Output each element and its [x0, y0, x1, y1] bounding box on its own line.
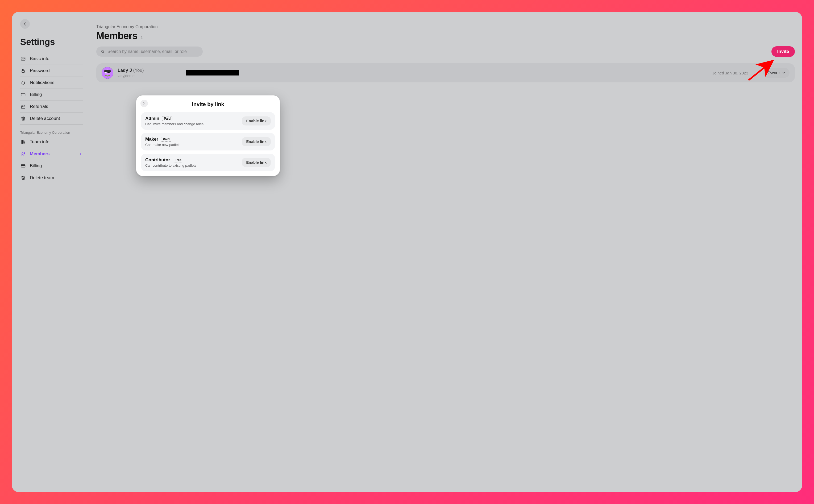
nav-label: Billing: [30, 163, 42, 169]
tier-badge: Free: [173, 158, 183, 162]
nav-label: Delete account: [30, 116, 60, 121]
nav-label: Team info: [30, 139, 49, 145]
modal-close-button[interactable]: [140, 100, 148, 107]
nav-delete-account[interactable]: Delete account: [20, 113, 83, 125]
bell-icon: [20, 80, 26, 85]
page-title-row: Members 1: [96, 30, 795, 41]
chevron-down-icon: [782, 71, 785, 74]
books-icon: [20, 139, 26, 145]
invite-role-desc: Can make new padlets: [145, 143, 238, 147]
main-content: Triangular Economy Corporation Members 1…: [83, 19, 795, 485]
credit-card-icon: [20, 92, 26, 97]
svg-point-5: [24, 153, 25, 154]
svg-point-1: [22, 58, 23, 59]
enable-link-button[interactable]: Enable link: [242, 116, 271, 125]
settings-title: Settings: [20, 37, 83, 47]
settings-sidebar: Settings Basic info Password Notificatio…: [19, 19, 83, 485]
modal-title: Invite by link: [141, 101, 275, 107]
trash-icon: [20, 175, 26, 180]
envelope-open-icon: [20, 104, 26, 109]
search-input[interactable]: [107, 49, 198, 54]
invite-option-admin: Admin Paid Can invite members and change…: [141, 112, 275, 130]
member-username: ladyjdemo: [118, 74, 181, 78]
nav-notifications[interactable]: Notifications: [20, 77, 83, 89]
nav-team-billing[interactable]: Billing: [20, 160, 83, 172]
member-count: 1: [141, 35, 143, 40]
svg-rect-6: [21, 165, 25, 167]
invite-by-link-modal: Invite by link Admin Paid Can invite mem…: [136, 95, 280, 176]
svg-rect-13: [107, 72, 110, 73]
invite-button[interactable]: Invite: [771, 46, 795, 57]
invite-role-desc: Can invite members and change roles: [145, 122, 238, 126]
member-name-text: Lady J: [118, 68, 132, 73]
svg-point-7: [101, 50, 103, 52]
chevron-left-icon: [23, 22, 27, 26]
nav-referrals[interactable]: Referrals: [20, 101, 83, 113]
personal-nav-list: Basic info Password Notifications Billin…: [20, 53, 83, 125]
invite-option-maker: Maker Paid Can make new padlets Enable l…: [141, 133, 275, 150]
app-window: Settings Basic info Password Notificatio…: [12, 12, 802, 492]
role-label: Owner: [767, 70, 780, 75]
member-row: Lady J (You) ladyjdemo Joined Jan 30, 20…: [96, 63, 795, 82]
back-button[interactable]: [20, 19, 30, 29]
chevron-right-icon: [79, 151, 82, 157]
nav-label: Notifications: [30, 80, 55, 85]
svg-rect-2: [22, 70, 24, 73]
nav-basic-info[interactable]: Basic info: [20, 53, 83, 65]
svg-rect-10: [104, 70, 111, 72]
credit-card-icon: [20, 163, 26, 169]
team-section-label: Triangular Economy Corporation: [20, 131, 83, 135]
tier-badge: Paid: [162, 116, 172, 121]
nav-billing[interactable]: Billing: [20, 89, 83, 101]
invite-role-label: Maker: [145, 137, 158, 142]
nav-team-info[interactable]: Team info: [20, 136, 83, 148]
nav-label: Members: [30, 151, 50, 157]
enable-link-button[interactable]: Enable link: [242, 137, 271, 146]
close-icon: [143, 102, 146, 105]
search-icon: [101, 49, 105, 54]
breadcrumb-org-name: Triangular Economy Corporation: [96, 24, 795, 29]
redacted-email: [186, 70, 239, 75]
tier-badge: Paid: [161, 137, 171, 142]
nav-label: Referrals: [30, 104, 48, 109]
people-icon: [20, 151, 26, 157]
enable-link-button[interactable]: Enable link: [242, 158, 271, 167]
invite-role-desc: Can contribute to existing padlets: [145, 163, 238, 167]
nav-label: Password: [30, 68, 50, 73]
nav-delete-team[interactable]: Delete team: [20, 172, 83, 184]
trash-icon: [20, 116, 26, 121]
member-you-suffix: (You): [133, 68, 144, 73]
page-title: Members: [96, 30, 137, 41]
member-names: Lady J (You) ladyjdemo: [118, 68, 181, 78]
invite-role-label: Admin: [145, 116, 159, 121]
invite-option-contributor: Contributor Free Can contribute to exist…: [141, 154, 275, 171]
nav-password[interactable]: Password: [20, 65, 83, 77]
nav-label: Delete team: [30, 175, 54, 180]
id-card-icon: [20, 56, 26, 61]
nav-members[interactable]: Members: [20, 148, 83, 160]
search-field[interactable]: [96, 47, 203, 57]
lock-icon: [20, 68, 26, 73]
member-avatar: [102, 67, 113, 79]
member-display-name: Lady J (You): [118, 68, 181, 73]
toolbar: Invite: [96, 46, 795, 57]
svg-point-12: [106, 72, 106, 73]
member-joined-date: Joined Jan 30, 2023: [243, 71, 759, 75]
team-nav-list: Team info Members Billing Delete team: [20, 136, 83, 184]
invite-role-label: Contributor: [145, 157, 170, 163]
svg-rect-3: [21, 93, 25, 96]
svg-point-4: [22, 153, 23, 154]
nav-label: Billing: [30, 92, 42, 97]
nav-label: Basic info: [30, 56, 49, 61]
member-role-dropdown[interactable]: Owner: [763, 68, 790, 78]
